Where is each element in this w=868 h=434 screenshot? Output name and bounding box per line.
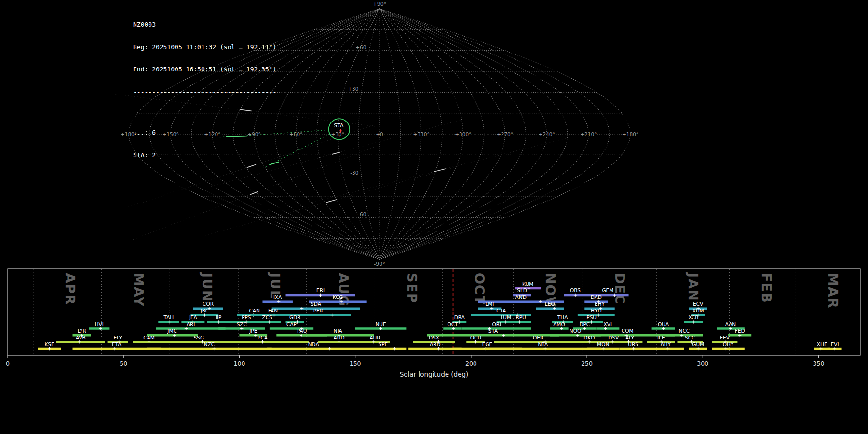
x-tick-label: 150: [350, 360, 361, 367]
longitude-label: +330°: [413, 131, 430, 137]
shower-code-label: ETA: [112, 341, 122, 347]
shower-code-label: NCC: [679, 328, 690, 334]
shower-code-label: XUM: [692, 308, 704, 313]
shower-EVI: EVI: [828, 341, 842, 351]
shower-code-label: FAN: [268, 308, 278, 313]
shower-code-label: PPS: [242, 314, 251, 320]
shower-code-label: LEO: [545, 301, 555, 307]
shower-code-label: FEV: [720, 335, 730, 340]
shower-code-label: HVI: [95, 321, 104, 327]
shower-code-label: SPE: [378, 341, 388, 347]
sporadic-count: ...: 6: [133, 129, 276, 136]
latitude-label: +60: [355, 44, 366, 50]
longitude-label: +0: [376, 131, 383, 137]
shower-code-label: NTA: [538, 341, 548, 347]
shower-code-label: FED: [735, 328, 745, 334]
shower-OBS: OBS: [564, 287, 587, 297]
shower-code-label: ZCS: [262, 314, 272, 320]
observation-begin: Beg: 20251005 11:01:32 (sol = 192.11°): [133, 43, 276, 51]
longitude-label: +60°: [289, 131, 302, 137]
shower-HVI: HVI: [89, 321, 109, 330]
shower-code-label: ORI: [492, 321, 501, 327]
shower-code-label: SSG: [194, 335, 204, 340]
shower-code-label: GDR: [289, 314, 301, 320]
shower-code-label: AAN: [725, 321, 736, 327]
latitude-label: -60: [358, 211, 366, 217]
month-label: APR: [63, 273, 78, 305]
shower-code-label: MON: [597, 341, 609, 347]
shower-code-label: GUM: [692, 341, 704, 347]
shower-code-label: AUD: [334, 335, 345, 340]
shower-code-label: TAH: [163, 314, 174, 320]
observation-end: End: 20251005 16:50:51 (sol = 192.35°): [133, 66, 276, 73]
shower-code-label: SZC: [237, 321, 247, 327]
shower-code-label: DSV: [608, 335, 619, 340]
longitude-label: +210°: [580, 131, 597, 137]
shower-code-label: LYR: [78, 328, 86, 334]
shower-code-label: COM: [622, 328, 634, 334]
sporadic-meteor-track: [332, 152, 340, 154]
shower-code-label: SLD: [517, 287, 527, 293]
shower-AVB: AVB: [56, 335, 105, 344]
shower-code-label: ERI: [316, 287, 325, 293]
shower-code-label: IIP: [216, 314, 222, 320]
meteor-counts: ...: 6 STA: 2: [133, 114, 276, 174]
shower-code-label: OER: [533, 335, 543, 340]
month-label: DEC: [612, 273, 627, 305]
shower-code-label: ARI: [187, 321, 195, 327]
shower-QUA: QUA: [652, 321, 675, 330]
shower-code-label: JBC: [200, 308, 209, 313]
pole-label-north: +90°: [373, 1, 387, 7]
longitude-label: +270°: [497, 131, 513, 137]
shower-code-label: CAP: [286, 321, 297, 327]
shower-code-label: AMO: [553, 321, 565, 327]
shower-code-label: URS: [628, 341, 638, 347]
sporadic-meteor-track: [326, 200, 337, 203]
shower-code-label: JPE: [249, 328, 257, 334]
shower-code-label: LMI: [485, 301, 494, 307]
x-tick-label: 250: [581, 360, 593, 367]
shower-code-label: AND: [515, 294, 527, 300]
shower-code-label: ECV: [693, 301, 704, 307]
shower-code-label: QUA: [658, 321, 669, 327]
sporadic-meteor-track: [250, 192, 258, 195]
observation-summary: NZ0003 Beg: 20251005 11:01:32 (sol = 192…: [133, 6, 276, 181]
plot-canvas: +90°-90°+180°+150°+120°+90°+60°+30°+0+33…: [0, 0, 868, 434]
x-axis-title: Solar longitude (deg): [400, 370, 469, 378]
shower-code-label: OCT: [447, 321, 458, 327]
shower-code-label: PSU: [586, 314, 597, 320]
x-axis: 050100150200250300350Solar longitude (de…: [6, 355, 824, 378]
longitude-label: +300°: [455, 131, 471, 137]
shower-code-label: CAN: [249, 308, 259, 313]
shower-code-label: ELY: [113, 335, 122, 340]
shower-code-label: AVB: [76, 335, 86, 340]
radiant-shower-label: STA: [334, 122, 344, 129]
month-label: SEP: [405, 273, 420, 304]
shower-code-label: ALY: [625, 335, 635, 340]
shower-code-label: EVI: [831, 341, 839, 347]
station-id: NZ0003: [133, 21, 276, 28]
shower-code-label: EGE: [482, 341, 492, 347]
x-tick-label: 50: [120, 360, 127, 367]
shower-code-label: DPC: [579, 321, 590, 327]
shower-code-label: OCU: [470, 335, 481, 340]
shower-code-label: CAM: [143, 335, 155, 340]
shower-code-label: COR: [203, 301, 214, 307]
shower-activity-bars: KUMERISLDOBSGEMIXAKCGANDDADCORSDALMILEOE…: [38, 281, 841, 351]
longitude-label: +240°: [539, 131, 555, 137]
month-label: MAR: [826, 273, 841, 309]
shower-code-label: NDA: [308, 341, 320, 347]
month-label: OCT: [472, 273, 487, 305]
x-tick-label: 350: [813, 360, 825, 367]
shower-code-label: KUM: [522, 281, 533, 287]
sporadic-meteor-track: [434, 169, 445, 172]
shower-code-label: NOO: [570, 328, 581, 334]
shower-code-label: AHY: [661, 341, 671, 347]
shower-code-label: OHY: [723, 341, 734, 347]
shower-code-label: NUE: [375, 321, 386, 327]
shower-code-label: AUR: [369, 335, 380, 340]
shower-code-label: NZC: [204, 341, 215, 347]
shower-code-label: SDA: [311, 301, 322, 307]
shower-code-label: CTA: [496, 308, 506, 313]
shower-code-label: OBS: [570, 287, 581, 293]
